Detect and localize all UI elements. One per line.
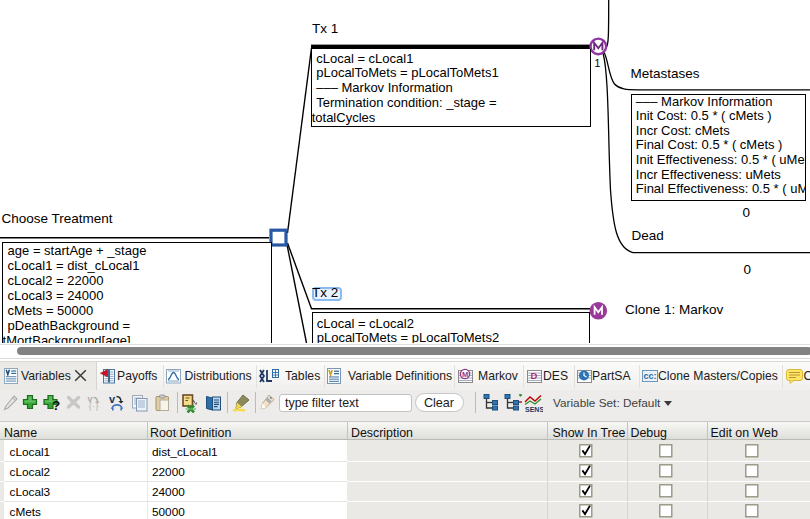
svg-text:v: v	[109, 394, 116, 405]
svg-text:M: M	[462, 370, 468, 379]
svg-text:D: D	[531, 370, 538, 381]
svg-text:{·}: {·}	[89, 401, 100, 412]
svg-text:SENS: SENS	[525, 406, 543, 413]
svg-text:?: ?	[52, 398, 60, 412]
svg-text:1: 1	[595, 57, 601, 69]
svg-text:cc:: cc:	[643, 371, 656, 381]
